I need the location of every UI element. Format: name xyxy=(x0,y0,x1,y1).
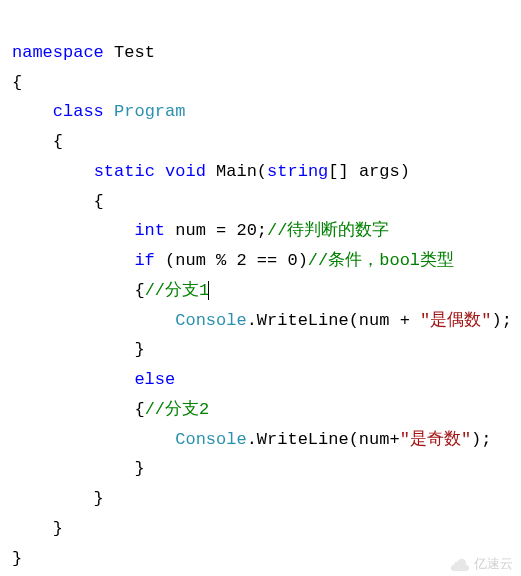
stmt-end: ); xyxy=(471,430,491,449)
keyword-if: if xyxy=(134,251,154,270)
class-name: Program xyxy=(104,102,186,121)
method-call: .WriteLine(num+ xyxy=(247,430,400,449)
watermark: 亿速云 xyxy=(449,553,513,576)
brace: } xyxy=(12,489,104,508)
keyword-void: void xyxy=(155,162,206,181)
keyword-else: else xyxy=(134,370,175,389)
string-literal: "是奇数" xyxy=(400,430,471,449)
brace: { xyxy=(12,400,145,419)
brace: { xyxy=(12,281,145,300)
keyword-class: class xyxy=(53,102,104,121)
cloud-icon xyxy=(449,557,471,571)
comment: //条件，bool类型 xyxy=(308,251,454,270)
string-literal: "是偶数" xyxy=(420,311,491,330)
brace: } xyxy=(12,459,145,478)
stmt-end: ); xyxy=(492,311,512,330)
brace: } xyxy=(12,549,22,568)
var-decl: num = 20; xyxy=(165,221,267,240)
brace: { xyxy=(12,73,22,92)
text-cursor xyxy=(208,281,209,300)
type-console: Console xyxy=(175,311,246,330)
brace: { xyxy=(12,132,63,151)
comment: //待判断的数字 xyxy=(267,221,389,240)
keyword-int: int xyxy=(134,221,165,240)
comment: //分支2 xyxy=(145,400,210,419)
method-params: [] args) xyxy=(328,162,410,181)
brace: } xyxy=(12,340,145,359)
keyword-static: static xyxy=(94,162,155,181)
brace: { xyxy=(12,192,104,211)
method-call: .WriteLine(num + xyxy=(247,311,420,330)
type-console: Console xyxy=(175,430,246,449)
keyword-namespace: namespace xyxy=(12,43,104,62)
namespace-name: Test xyxy=(104,43,155,62)
code-block: namespace Test { class Program { static … xyxy=(12,8,509,573)
watermark-text: 亿速云 xyxy=(474,553,513,576)
brace: } xyxy=(12,519,63,538)
comment: //分支1 xyxy=(145,281,210,300)
keyword-string: string xyxy=(267,162,328,181)
condition: (num % 2 == 0) xyxy=(155,251,308,270)
method-name: Main( xyxy=(206,162,267,181)
